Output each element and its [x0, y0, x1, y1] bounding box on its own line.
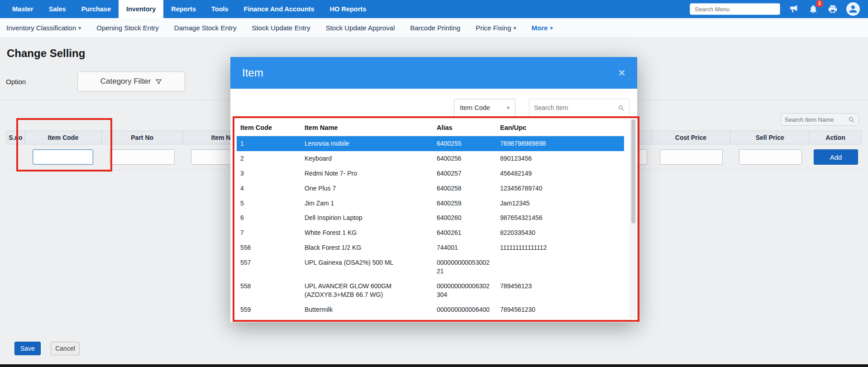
- item-row[interactable]: 3 Redmi Note 7- Pro 6400257 456482149: [237, 166, 624, 181]
- item-table-header: Item Code Item Name Alias Ean/Upc: [237, 119, 624, 136]
- item-row[interactable]: 6 Dell Inspirion Laptop 6400260 98765432…: [237, 210, 624, 225]
- notification-badge: 2: [816, 0, 823, 7]
- top-navigation: Master Sales Purchase Inventory Reports …: [0, 0, 868, 18]
- nav-item-purchase[interactable]: Purchase: [74, 0, 119, 18]
- person-icon: [848, 4, 858, 14]
- cell-alias: 00000000005300221: [433, 255, 496, 279]
- item-row[interactable]: 4 One Plus 7 6400258 123456789740: [237, 181, 624, 196]
- cell-name: UPL Gainexa (OSA2%) 500 ML: [301, 255, 433, 279]
- option-label: Option: [6, 78, 26, 86]
- subnav-item-inventory-classification[interactable]: Inventory Classification ▾: [6, 24, 81, 32]
- inventory-sub-navigation: Inventory Classification ▾ Opening Stock…: [0, 18, 868, 38]
- cell-name: UPL AVANCER GLOW 600GM (AZOXY8.3+MZB 66.…: [301, 279, 433, 302]
- subnav-item-stock-update-entry[interactable]: Stock Update Entry: [252, 24, 310, 32]
- cell-ean: [496, 255, 624, 279]
- cell-ean: 8220335430: [496, 225, 624, 240]
- cell-code: 1: [237, 136, 301, 151]
- cell-name: Jim Zam 1: [301, 196, 433, 211]
- cancel-button[interactable]: Cancel: [51, 342, 80, 355]
- nav-item-tools[interactable]: Tools: [204, 0, 236, 18]
- cell-alias: 6400259: [433, 196, 496, 211]
- nav-item-finance-and-accounts[interactable]: Finance And Accounts: [236, 0, 322, 18]
- cell-name: Black Forest 1/2 KG: [301, 240, 433, 255]
- category-filter-label: Category Filter: [100, 77, 151, 86]
- app-root: Master Sales Purchase Inventory Reports …: [0, 0, 868, 367]
- grid-header-sell-price: Sell Price: [730, 131, 810, 144]
- subnav-item-damage-stock-entry[interactable]: Damage Stock Entry: [174, 24, 237, 32]
- announcements-button[interactable]: [788, 3, 800, 15]
- save-button[interactable]: Save: [14, 342, 41, 355]
- cell-name: Lenovoa mobile: [301, 136, 433, 151]
- topnav-right-controls: 2: [690, 2, 868, 16]
- chevron-down-icon: ▾: [550, 25, 553, 31]
- item-row[interactable]: 7 White Forest 1 KG 6400261 8220335430: [237, 225, 624, 240]
- nav-item-sales[interactable]: Sales: [41, 0, 74, 18]
- cell-alias: 000000000006302304: [433, 279, 496, 302]
- subnav-item-stock-update-approval[interactable]: Stock Update Approval: [326, 24, 395, 32]
- cell-alias: 6400261: [433, 225, 496, 240]
- nav-item-reports[interactable]: Reports: [163, 0, 204, 18]
- category-filter-button[interactable]: Category Filter: [77, 71, 185, 91]
- item-row[interactable]: 5 Jim Zam 1 6400259 Jam12345: [237, 196, 624, 211]
- subnav-item-opening-stock-entry[interactable]: Opening Stock Entry: [96, 24, 159, 32]
- cell-name: White Forest 1 KG: [301, 225, 433, 240]
- nav-item-ho-reports[interactable]: HO Reports: [322, 0, 374, 18]
- col-alias: Alias: [433, 119, 496, 136]
- search-by-dropdown[interactable]: Item Code ▾: [454, 99, 515, 117]
- cost-price-input[interactable]: [660, 149, 723, 165]
- cell-code: 559: [237, 302, 301, 317]
- subnav-item-price-fixing[interactable]: Price Fixing ▾: [476, 24, 516, 32]
- subnav-item-label: Stock Update Approval: [326, 24, 395, 32]
- subnav-item-more[interactable]: More ▾: [532, 24, 553, 32]
- cell-name: Keyboard: [301, 151, 433, 166]
- item-table: Item Code Item Name Alias Ean/Upc 1 Leno…: [237, 119, 624, 317]
- subnav-item-label: Barcode Printing: [410, 24, 460, 32]
- nav-item-inventory[interactable]: Inventory: [119, 0, 163, 18]
- cell-ean: 789456123: [496, 279, 624, 302]
- search-icon: [618, 105, 625, 111]
- cell-ean: 7698798989898: [496, 136, 624, 151]
- search-item-name-box: [781, 113, 859, 126]
- subnav-item-label: Inventory Classification: [6, 24, 76, 32]
- item-row[interactable]: 558 UPL AVANCER GLOW 600GM (AZOXY8.3+MZB…: [237, 279, 624, 302]
- subnav-item-label: Damage Stock Entry: [174, 24, 237, 32]
- bottom-edge: [0, 364, 868, 367]
- subnav-item-label: Opening Stock Entry: [96, 24, 159, 32]
- cell-code: 3: [237, 166, 301, 181]
- cell-code: 6: [237, 210, 301, 225]
- add-button[interactable]: Add: [814, 149, 858, 165]
- scrollbar-thumb[interactable]: [631, 119, 635, 224]
- cell-name: Dell Inspirion Laptop: [301, 210, 433, 225]
- item-row[interactable]: 559 Buttermilk 000000000006400 789456123…: [237, 302, 624, 317]
- grid-header-action: Action: [810, 131, 861, 144]
- item-row[interactable]: 556 Black Forest 1/2 KG 744001 111111111…: [237, 240, 624, 255]
- search-item-input[interactable]: [534, 104, 615, 111]
- item-code-input[interactable]: [33, 149, 93, 165]
- sell-price-input[interactable]: [739, 149, 802, 165]
- close-icon[interactable]: ×: [618, 67, 625, 79]
- print-button[interactable]: [827, 3, 839, 15]
- search-item-name-input[interactable]: [785, 116, 845, 123]
- part-no-input[interactable]: [110, 149, 175, 165]
- subnav-item-barcode-printing[interactable]: Barcode Printing: [410, 24, 460, 32]
- nav-item-master[interactable]: Master: [5, 0, 41, 18]
- cell-ean: Jam12345: [496, 196, 624, 211]
- cell-code: 5: [237, 196, 301, 211]
- search-menu-input[interactable]: [690, 3, 780, 15]
- modal-header: Item ×: [230, 57, 637, 89]
- notifications-button[interactable]: 2: [807, 3, 819, 15]
- modal-title: Item: [242, 67, 263, 79]
- item-row[interactable]: 2 Keyboard 6400256 890123456: [237, 151, 624, 166]
- cell-ean: 456482149: [496, 166, 624, 181]
- cell-code: 557: [237, 255, 301, 279]
- modal-table-scrollbar[interactable]: [630, 119, 636, 319]
- modal-search-box: [529, 99, 630, 117]
- cell-ean: 7894561230: [496, 302, 624, 317]
- col-item-code: Item Code: [237, 119, 301, 136]
- item-row[interactable]: 1 Lenovoa mobile 6400255 7698798989898: [237, 136, 624, 151]
- subnav-item-label: Price Fixing: [476, 24, 511, 32]
- cell-alias: 6400256: [433, 151, 496, 166]
- user-avatar[interactable]: [846, 2, 860, 16]
- cell-code: 7: [237, 225, 301, 240]
- item-row[interactable]: 557 UPL Gainexa (OSA2%) 500 ML 000000000…: [237, 255, 624, 279]
